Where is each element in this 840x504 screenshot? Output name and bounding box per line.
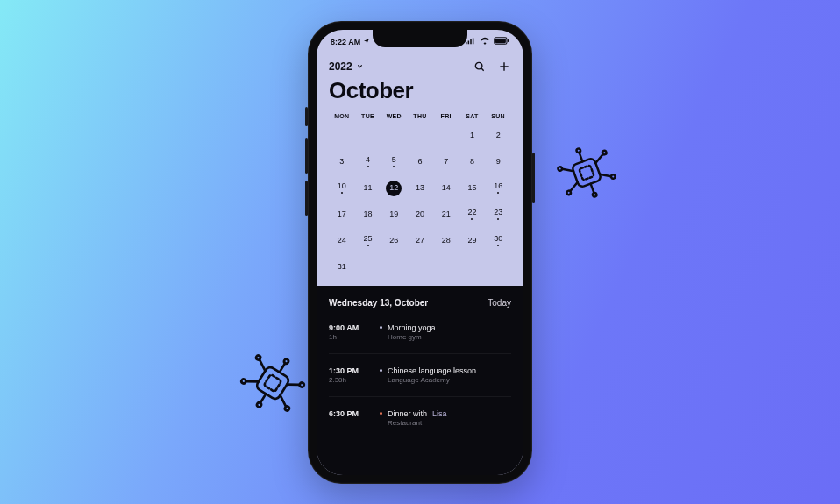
year-selector[interactable]: 2022: [329, 60, 364, 73]
event-item[interactable]: 9:00 AM1hMorning yogaHome gym: [329, 320, 511, 354]
phone-notch: [373, 30, 467, 47]
calendar-day[interactable]: 14: [433, 177, 459, 200]
svg-point-35: [475, 62, 482, 69]
calendar-pane: 2022 October MONTUEWEDTHUFRISATSUN 12345…: [317, 54, 523, 286]
svg-line-12: [260, 394, 266, 402]
calendar-day[interactable]: 10: [329, 177, 355, 200]
add-button[interactable]: [497, 60, 511, 74]
event-time-col: 9:00 AM1h: [329, 323, 369, 341]
calendar-day[interactable]: 15: [459, 177, 486, 200]
calendar-day[interactable]: 7: [433, 151, 459, 174]
calendar-grid: 1234567891011121314151617181920212223242…: [329, 124, 511, 279]
event-dot-icon: [471, 218, 473, 220]
calendar-day[interactable]: 25: [355, 230, 381, 252]
event-location: Home gym: [388, 333, 511, 341]
event-item[interactable]: 6:30 PMDinner with LisaRestaurant: [329, 406, 511, 439]
day-number: 4: [366, 156, 370, 164]
svg-point-17: [576, 148, 581, 153]
calendar-empty-cell: [329, 124, 355, 147]
event-dot-icon: [393, 166, 395, 167]
day-number: 7: [444, 158, 448, 166]
calendar-day[interactable]: 29: [459, 230, 486, 252]
wifi-icon: [480, 37, 490, 46]
calendar-day[interactable]: 2: [485, 124, 511, 147]
day-number: 15: [467, 184, 476, 192]
calendar-empty-cell: [407, 124, 433, 147]
event-item[interactable]: 1:30 PM2.30hChinese language lessonLangu…: [329, 363, 511, 397]
svg-point-23: [602, 150, 607, 155]
event-dot-icon: [367, 166, 369, 167]
weekday-header: MONTUEWEDTHUFRISATSUN: [329, 113, 511, 119]
today-button[interactable]: Today: [488, 298, 511, 308]
svg-point-3: [283, 358, 289, 365]
calendar-day[interactable]: 27: [407, 230, 433, 252]
day-number: 30: [494, 235, 502, 243]
phone-side-button: [305, 138, 308, 174]
calendar-empty-cell: [433, 124, 459, 147]
svg-point-13: [256, 401, 262, 408]
svg-rect-30: [470, 39, 472, 44]
selected-date-label: Wednesday 13, October: [329, 298, 428, 308]
calendar-day[interactable]: 8: [459, 151, 486, 174]
calendar-day[interactable]: 17: [329, 203, 355, 226]
calendar-day[interactable]: 24: [329, 230, 355, 252]
calendar-day[interactable]: 30: [485, 230, 511, 252]
event-person-link[interactable]: Lisa: [432, 409, 447, 418]
calendar-day[interactable]: 3: [329, 151, 355, 174]
day-number: 27: [416, 237, 424, 245]
day-number: 16: [494, 182, 502, 190]
calendar-day[interactable]: 23: [485, 203, 511, 226]
calendar-day[interactable]: 12: [381, 177, 407, 200]
calendar-day[interactable]: 13: [407, 177, 433, 200]
event-title: Morning yoga: [380, 323, 511, 332]
event-dot-icon: [497, 218, 499, 220]
year-label: 2022: [329, 60, 352, 73]
svg-point-27: [592, 192, 597, 197]
calendar-day[interactable]: 1: [459, 124, 486, 147]
svg-line-2: [280, 363, 285, 372]
calendar-day[interactable]: 31: [329, 256, 355, 279]
day-number: 11: [364, 184, 373, 192]
search-button[interactable]: [473, 60, 487, 74]
day-number: 10: [338, 182, 346, 190]
calendar-day[interactable]: 21: [433, 203, 459, 226]
svg-point-25: [610, 174, 616, 180]
calendar-day[interactable]: 22: [459, 203, 486, 226]
calendar-day[interactable]: 16: [485, 177, 511, 200]
event-body: Chinese language lessonLanguage Academy: [380, 366, 511, 384]
svg-point-9: [299, 382, 305, 388]
svg-line-18: [562, 166, 573, 174]
day-number: 19: [389, 210, 398, 218]
day-number: 2: [496, 131, 501, 139]
calendar-day[interactable]: 6: [407, 151, 433, 174]
calendar-day[interactable]: 18: [355, 203, 381, 226]
phone-side-button: [532, 153, 535, 203]
calendar-day[interactable]: 19: [381, 203, 407, 226]
event-time-col: 1:30 PM2.30h: [329, 366, 369, 384]
weekday-label: SAT: [459, 113, 486, 119]
month-title: October: [329, 77, 511, 104]
svg-rect-31: [473, 39, 474, 45]
calendar-day[interactable]: 9: [485, 151, 511, 174]
calendar-day[interactable]: 20: [407, 203, 433, 226]
calendar-day[interactable]: 28: [433, 230, 459, 252]
day-number: 3: [339, 158, 344, 166]
battery-icon: [494, 37, 509, 46]
calendar-day[interactable]: 5: [381, 151, 407, 174]
event-time: 9:00 AM: [329, 323, 369, 332]
svg-line-24: [600, 171, 611, 180]
svg-rect-34: [508, 39, 509, 42]
weekday-label: FRI: [433, 113, 459, 119]
event-title: Chinese language lesson: [380, 366, 511, 375]
chevron-down-icon: [356, 60, 364, 73]
calendar-day[interactable]: 11: [355, 177, 381, 200]
day-number: 31: [338, 263, 346, 271]
event-time: 1:30 PM: [329, 366, 369, 375]
day-number: 23: [494, 209, 502, 217]
calendar-day[interactable]: 4: [355, 151, 381, 174]
cellular-icon: [466, 37, 476, 46]
calendar-day[interactable]: 26: [381, 230, 407, 252]
svg-rect-33: [495, 39, 506, 43]
event-time-col: 6:30 PM: [329, 409, 369, 427]
day-number: 14: [442, 184, 451, 192]
